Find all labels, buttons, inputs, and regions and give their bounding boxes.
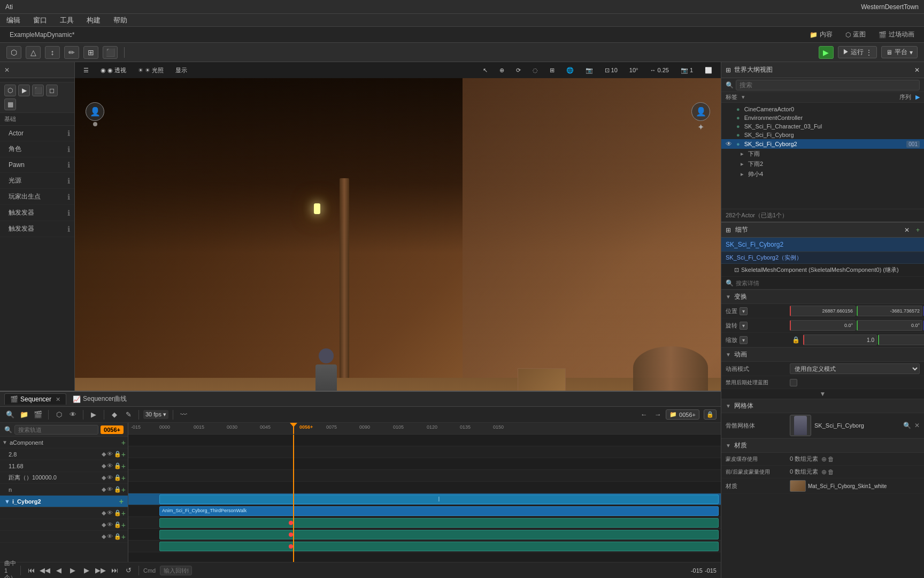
seq-nav-prev[interactable]: ← [638, 409, 650, 421]
vp-show-btn[interactable]: 显示 [171, 65, 191, 75]
track-vis-icon-3[interactable]: 👁 [107, 474, 113, 481]
sequence-icon[interactable]: ▶ [915, 94, 920, 101]
character-info-icon[interactable]: ℹ [67, 145, 70, 154]
track-add-btn-4[interactable]: + [121, 485, 126, 494]
transport-prev-frame[interactable]: ◀ [53, 565, 65, 576]
seq-fps-selector[interactable]: 30 fps ▾ [143, 410, 168, 419]
vp-rotate-btn[interactable]: ◌ [528, 66, 542, 75]
track-key-anim2[interactable]: ◆ [102, 521, 106, 528]
transform-btn[interactable]: △ [26, 46, 41, 59]
track-key-anim1[interactable]: ◆ [102, 509, 106, 516]
source-info-icon[interactable]: ℹ [67, 177, 70, 185]
play-btn[interactable]: ▶ [819, 46, 834, 59]
details-search-input[interactable] [736, 280, 920, 286]
vp-camera-btn[interactable]: 📷 [581, 66, 597, 75]
snap-btn[interactable]: ⬛ [103, 46, 118, 59]
timeline-tracks-area[interactable]: | Anim_Sci_Fi_Cyborg_ThirdPersonWalk [128, 435, 721, 562]
vp-cursor-btn[interactable]: ↖ [479, 66, 492, 75]
actor-info-icon[interactable]: ℹ [67, 129, 70, 138]
anim-mode-select[interactable]: 使用自定义模式 [790, 363, 920, 374]
seq-filter-btn[interactable]: 👁 [67, 409, 79, 421]
mesh-search-icon[interactable]: 🔍 [903, 422, 911, 429]
seq-track-distance[interactable]: 距离（）100000.0 ◆ 👁 🔒 + [0, 472, 128, 484]
track-lock-anim1[interactable]: 🔒 [114, 509, 121, 516]
vp-menu-btn[interactable]: ☰ [79, 66, 93, 75]
pawn-info-icon[interactable]: ℹ [67, 161, 70, 169]
track-add-anim3[interactable]: + [121, 533, 126, 541]
menu-tools[interactable]: 工具 [58, 14, 76, 26]
vp-angle[interactable]: 10° [625, 66, 643, 74]
tab-map[interactable]: ExampleMapDynamic* [4, 29, 80, 41]
platform-btn[interactable]: 🖥 平台 ▾ [881, 46, 918, 58]
vp-scale[interactable]: ↔ 0.25 [645, 66, 673, 74]
seq-track-acomponent[interactable]: ▼ aComponent + [0, 437, 128, 448]
transform-header[interactable]: ▼ 变换 [721, 290, 924, 304]
track-key-icon[interactable]: ◆ [102, 451, 106, 458]
track-lock-icon-4[interactable]: 🔒 [114, 486, 121, 493]
pawn-item[interactable]: Pawn ℹ [0, 157, 74, 173]
position-y-input[interactable] [857, 306, 922, 316]
icon-btn-1[interactable]: ⬡ [4, 85, 16, 96]
trigger2-info-icon[interactable]: ℹ [67, 225, 70, 233]
menu-window[interactable]: 窗口 [31, 14, 49, 26]
scale-btn[interactable]: ⊞ [83, 46, 98, 59]
icon-btn-4[interactable]: ◻ [46, 85, 58, 96]
vp-fullscreen-btn[interactable]: ⬜ [700, 66, 717, 75]
track-lock-anim2[interactable]: 🔒 [114, 521, 121, 528]
transport-next-frame[interactable]: ▶ [81, 565, 93, 576]
mat1-add-icon[interactable]: ⊕ [821, 468, 827, 476]
track-key-icon-2[interactable]: ◆ [102, 462, 106, 469]
animation-header[interactable]: ▼ 动画 [721, 348, 924, 362]
transport-to-end[interactable]: ⏭ [109, 565, 120, 576]
seq-track-11-68[interactable]: 11.68 ◆ 👁 🔒 + [0, 460, 128, 472]
seq-track-anim-sub3[interactable]: ◆ 👁 🔒 + [0, 531, 128, 543]
outliner-item-cyborg[interactable]: ● SK_Sci_Fi_Cyborg [721, 131, 924, 139]
vp-snap-btn[interactable]: ⟳ [512, 66, 525, 75]
scale-x-input[interactable] [803, 334, 877, 345]
track-key-icon-3[interactable]: ◆ [102, 474, 106, 481]
scale-type-btn[interactable]: ▾ [740, 336, 748, 344]
transport-play[interactable]: ▶ [67, 565, 79, 576]
seq-tab-curves[interactable]: 📈 Sequencer曲线 [67, 393, 132, 405]
materials-header[interactable]: ▼ 材质 [721, 439, 924, 453]
spawn-item[interactable]: 玩家出生点 ℹ [0, 189, 74, 205]
vp-cam-num[interactable]: 📷 1 [676, 66, 697, 75]
transport-trigger-input[interactable] [160, 566, 192, 575]
transport-loop[interactable]: ↺ [122, 565, 134, 576]
track-key-icon-4[interactable]: ◆ [102, 486, 106, 493]
vp-grid-size[interactable]: ⊡ 10 [600, 66, 622, 75]
tab-blueprint[interactable]: ⬡ 蓝图 [840, 28, 871, 41]
seq-search-btn[interactable]: 🔍 [4, 409, 16, 421]
seq-track-anim-sub2[interactable]: ◆ 👁 🔒 + [0, 519, 128, 531]
close-left-panel-icon[interactable]: ✕ [4, 66, 10, 74]
mesh-clear-icon[interactable]: ✕ [914, 422, 920, 429]
seq-play-btn[interactable]: ▶ [88, 409, 99, 421]
trigger-item[interactable]: 触发发器 ℹ [0, 205, 74, 221]
transport-to-start[interactable]: ⏮ [25, 565, 37, 576]
vp-lighting-btn[interactable]: ☀ ☀ 光照 [134, 65, 168, 75]
seq-snap-btn[interactable]: ✎ [122, 409, 134, 421]
character-item[interactable]: 角色 ℹ [0, 141, 74, 157]
close-outliner-btn[interactable]: ✕ [914, 66, 920, 74]
outliner-item-rain3[interactable]: ▸ 帅小4 [721, 169, 924, 179]
track-lock-icon[interactable]: 🔒 [114, 451, 121, 458]
run-label[interactable]: ▶ 运行 ⋮ [838, 46, 877, 58]
icon-btn-2[interactable]: ▶ [18, 85, 30, 96]
track-lock-icon-3[interactable]: 🔒 [114, 474, 121, 481]
seq-wave-btn[interactable]: 〰 [178, 409, 189, 421]
outliner-item-cinecamera[interactable]: ● CineCameraActor0 [721, 105, 924, 113]
vp-globe-btn[interactable]: 🌐 [562, 66, 578, 75]
track-lock-anim3[interactable]: 🔒 [114, 533, 121, 540]
track-add-anim1[interactable]: + [121, 509, 126, 518]
track-vis-icon-2[interactable]: 👁 [107, 462, 113, 469]
vp-move-mode-btn[interactable]: ⊕ [495, 66, 509, 75]
postprocess-checkbox[interactable] [790, 379, 797, 386]
icon-btn-5[interactable]: ▦ [4, 98, 16, 110]
track-add-anim2[interactable]: + [121, 521, 126, 529]
position-type-btn[interactable]: ▾ [740, 307, 748, 315]
timeline-ruler[interactable]: -015 0000 0015 0030 0045 0056+ 0075 0090… [128, 423, 721, 435]
seq-nav-next[interactable]: → [652, 409, 664, 421]
transport-step-forward[interactable]: ▶▶ [95, 565, 106, 576]
move-btn[interactable]: ↕ [45, 46, 60, 59]
transport-step-back[interactable]: ◀◀ [39, 565, 51, 576]
